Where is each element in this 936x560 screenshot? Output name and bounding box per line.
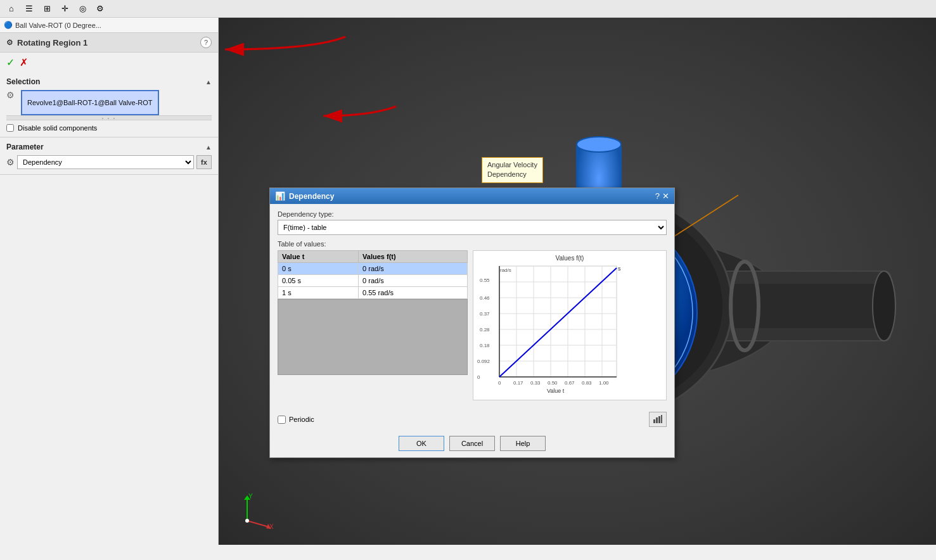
dependency-chart: s 0 0.092 0.18 0.28 0.37 0.46 0.55 rad/s [477, 263, 623, 396]
svg-text:0.18: 0.18 [480, 343, 490, 348]
callout-line2: Dependency [487, 170, 537, 179]
toolbar-circle[interactable]: ◎ [75, 2, 90, 16]
parameter-collapse-icon[interactable]: ▲ [205, 144, 212, 151]
cell-ft-2: 0.55 rad/s [359, 287, 468, 299]
cell-ft-1: 0 rad/s [359, 275, 468, 287]
dialog-help-btn2[interactable]: Help [500, 436, 546, 451]
param-row: ⚙ Dependency fx [6, 155, 212, 169]
dependency-dialog: 📊 Dependency ? ✕ Dependency type: F(time… [269, 188, 675, 458]
dependency-type-row: Dependency type: F(time) - table [278, 210, 667, 235]
resize-handle[interactable]: • • • [6, 115, 212, 120]
toolbar-gear[interactable]: ⚙ [93, 2, 108, 16]
parameter-section-header: Parameter ▲ [6, 143, 212, 151]
selection-collapse-icon[interactable]: ▲ [205, 79, 212, 86]
cell-t-0: 0 s [278, 263, 359, 275]
selection-value: Revolve1@Ball-ROT-1@Ball Valve-ROT [27, 99, 153, 106]
col-header-ft: Values f(t) [359, 251, 468, 263]
breadcrumb-text: Ball Valve-ROT (0 Degree... [15, 22, 101, 29]
top-toolbar: ⌂ ☰ ⊞ ✛ ◎ ⚙ [0, 0, 936, 18]
chart-icon [653, 414, 663, 424]
breadcrumb: 🔵 Ball Valve-ROT (0 Degree... [0, 18, 218, 33]
svg-text:0.83: 0.83 [582, 380, 592, 386]
ok-button[interactable]: ✓ [6, 56, 15, 68]
svg-text:Value t: Value t [547, 388, 565, 394]
dialog-titlebar-left: 📊 Dependency [275, 191, 334, 201]
svg-text:0.092: 0.092 [477, 359, 490, 364]
toolbar-home[interactable]: ⌂ [4, 2, 19, 16]
chart-area: Values f(t) [473, 250, 667, 400]
right-area: Angular Velocity Dependency Y X 📊 [219, 18, 936, 545]
svg-text:0.37: 0.37 [480, 311, 490, 317]
dialog-title: Dependency [289, 192, 334, 201]
periodic-label: Periodic [289, 416, 314, 423]
svg-text:Y: Y [248, 493, 253, 500]
svg-rect-6 [713, 284, 890, 328]
cancel-button[interactable]: ✗ [20, 56, 28, 68]
param-icon: ⚙ [6, 157, 15, 167]
selection-box[interactable]: Revolve1@Ball-ROT-1@Ball Valve-ROT [21, 90, 159, 115]
cell-t-1: 0.05 s [278, 275, 359, 287]
svg-point-30 [245, 519, 249, 523]
svg-point-19 [873, 271, 895, 341]
selection-title: Selection [6, 77, 40, 86]
svg-rect-65 [656, 417, 658, 423]
svg-rect-64 [653, 419, 655, 423]
dialog-ok-button[interactable]: OK [399, 436, 444, 451]
disable-solid-checkbox[interactable] [6, 124, 14, 132]
dialog-help-button[interactable]: ? [655, 191, 660, 201]
periodic-row: Periodic [278, 416, 314, 424]
periodic-checkbox[interactable] [278, 416, 286, 424]
axis-indicator: Y X [238, 492, 276, 532]
chart-icon-button[interactable] [649, 412, 667, 427]
svg-text:0: 0 [498, 380, 501, 386]
disable-solid-row: Disable solid components [6, 124, 212, 132]
svg-text:X: X [269, 523, 274, 530]
svg-text:s: s [618, 265, 621, 272]
action-row: ✓ ✗ [0, 53, 218, 72]
svg-text:1.00: 1.00 [599, 380, 609, 386]
panel-header: ⚙ Rotating Region 1 ? [0, 33, 218, 53]
cell-t-2: 1 s [278, 287, 359, 299]
panel-title: Rotating Region 1 [17, 38, 87, 48]
left-panel: 🔵 Ball Valve-ROT (0 Degree... ⚙ Rotating… [0, 18, 219, 545]
dialog-body: Dependency type: F(time) - table Table o… [270, 204, 674, 407]
dependency-table: Value t Values f(t) 0 s 0 rad/s [278, 250, 468, 299]
svg-text:0.67: 0.67 [565, 380, 575, 386]
resize-dots: • • • [102, 115, 117, 121]
table-area: Value t Values f(t) 0 s 0 rad/s [278, 250, 667, 400]
panel-icon: ⚙ [6, 38, 13, 47]
dialog-footer: Periodic [270, 407, 674, 432]
toolbar-grid[interactable]: ⊞ [39, 2, 54, 16]
axis-svg: Y X [238, 492, 276, 530]
dialog-titlebar[interactable]: 📊 Dependency ? ✕ [270, 188, 674, 204]
dialog-ok-row: OK Cancel Help [270, 432, 674, 457]
panel-help-button[interactable]: ? [200, 37, 212, 48]
svg-line-27 [247, 521, 269, 527]
table-row[interactable]: 0.05 s 0 rad/s [278, 275, 468, 287]
param-fx-button[interactable]: fx [196, 155, 212, 169]
value-table: Value t Values f(t) 0 s 0 rad/s [278, 250, 468, 400]
svg-rect-67 [661, 415, 662, 423]
table-row[interactable]: 1 s 0.55 rad/s [278, 287, 468, 299]
col-header-t: Value t [278, 251, 359, 263]
parameter-section: Parameter ▲ ⚙ Dependency fx [0, 137, 218, 175]
table-row[interactable]: 0 s 0 rad/s [278, 263, 468, 275]
dependency-type-select[interactable]: F(time) - table [278, 220, 667, 235]
svg-rect-66 [658, 416, 660, 423]
dialog-close-button[interactable]: ✕ [662, 191, 669, 201]
toolbar-list[interactable]: ☰ [22, 2, 37, 16]
callout-box: Angular Velocity Dependency [482, 157, 543, 183]
svg-point-13 [577, 137, 621, 152]
table-section-label: Table of values: [278, 240, 667, 248]
param-select[interactable]: Dependency [17, 155, 194, 169]
svg-text:0.50: 0.50 [548, 380, 558, 386]
selection-icon: ⚙ [6, 90, 15, 100]
breadcrumb-icon: 🔵 [4, 21, 13, 29]
svg-text:0: 0 [477, 374, 480, 380]
svg-text:0.17: 0.17 [513, 380, 523, 386]
panel-title-row: ⚙ Rotating Region 1 [6, 38, 87, 48]
dialog-cancel-button[interactable]: Cancel [449, 436, 495, 451]
svg-text:0.46: 0.46 [480, 295, 490, 301]
toolbar-cross[interactable]: ✛ [57, 2, 72, 16]
selection-section-header: Selection ▲ [6, 77, 212, 86]
